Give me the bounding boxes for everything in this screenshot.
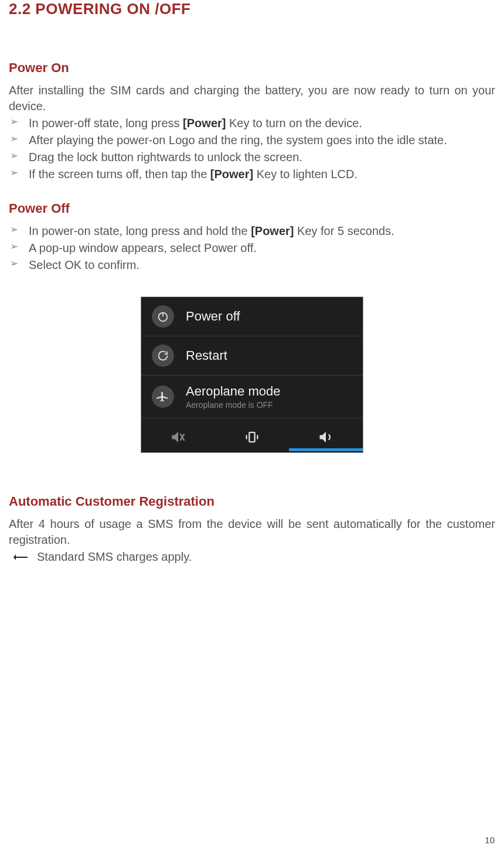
power-on-list: In power-off state, long press [Power] K… [9,115,495,182]
menu-label: Power off [186,309,240,324]
page-number: 10 [485,835,495,845]
note-hand-icon [9,551,32,564]
list-item: If the screen turns off, then tap the [P… [9,166,495,182]
bold-text: [Power] [183,117,226,129]
text: In power-on state, long press and hold t… [29,224,251,237]
text: In power-off state, long press [29,117,183,129]
power-icon [152,305,174,328]
list-item: In power-on state, long press and hold t… [9,223,495,239]
menu-item-restart[interactable]: Restart [141,336,363,376]
power-off-list: In power-on state, long press and hold t… [9,223,495,273]
sound-on-button[interactable] [289,429,363,445]
active-indicator [289,448,363,451]
menu-label: Aeroplane mode [186,384,280,399]
sound-vibrate-button[interactable] [215,429,289,445]
power-on-heading: Power On [9,60,495,76]
svg-rect-4 [249,432,254,442]
power-off-heading: Power Off [9,201,495,216]
airplane-icon [152,386,174,408]
text: Key to turn on the device. [226,117,362,129]
list-item: After playing the power-on Logo and the … [9,132,495,148]
acr-heading: Automatic Customer Registration [9,494,495,509]
sound-mute-button[interactable] [141,429,215,445]
menu-item-aeroplane[interactable]: Aeroplane mode Aeroplane mode is OFF [141,376,363,418]
list-item: Select OK to confirm. [9,257,495,273]
text: If the screen turns off, then tap the [29,168,210,180]
text: Key for 5 seconds. [294,224,394,237]
section-title: 2.2 POWERING ON /OFF [9,0,495,18]
menu-label: Restart [186,348,227,363]
bold-text: [Power] [251,224,294,237]
text: Key to lighten LCD. [253,168,357,180]
restart-icon [152,345,174,367]
power-on-intro: After installing the SIM cards and charg… [9,83,495,114]
acr-text: After 4 hours of usage a SMS from the de… [9,516,495,548]
power-menu-screenshot: Power off Restart Aeroplane mode Aeropla… [141,297,363,453]
list-item: In power-off state, long press [Power] K… [9,115,495,131]
note-row: Standard SMS charges apply. [9,550,495,564]
list-item: Drag the lock button rightwards to unloc… [9,149,495,165]
menu-item-power-off[interactable]: Power off [141,297,363,336]
note-text: Standard SMS charges apply. [37,550,192,564]
sound-mode-row [141,418,363,452]
menu-sublabel: Aeroplane mode is OFF [186,400,280,410]
bold-text: [Power] [210,168,253,180]
list-item: A pop-up window appears, select Power of… [9,240,495,256]
